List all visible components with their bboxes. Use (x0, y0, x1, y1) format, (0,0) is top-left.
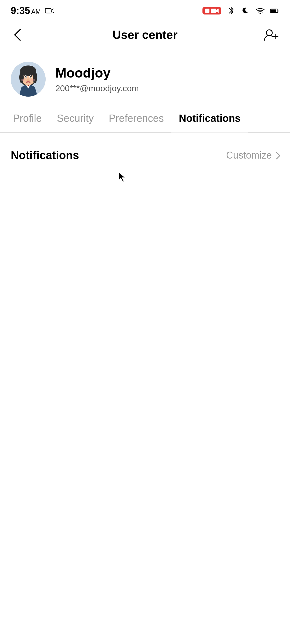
tab-profile[interactable]: Profile (5, 105, 49, 132)
avatar[interactable] (11, 62, 46, 97)
battery-icon (270, 6, 279, 15)
svg-point-15 (30, 76, 32, 78)
back-button[interactable] (11, 27, 27, 43)
ampm-display: AM (31, 8, 41, 16)
notifications-content: Notifications Customize (0, 133, 290, 178)
svg-rect-4 (271, 9, 276, 12)
user-manage-icon (263, 28, 279, 42)
profile-info: Moodjoy 200***@moodjoy.com (55, 65, 139, 93)
svg-point-2 (260, 13, 261, 14)
time-display: 9:35 (11, 5, 30, 16)
tab-preferences[interactable]: Preferences (101, 105, 171, 132)
page-title: User center (113, 28, 177, 42)
moon-icon (241, 6, 250, 15)
notifications-row: Notifications Customize (11, 146, 279, 164)
chevron-right-icon (273, 152, 280, 159)
record-dot (205, 9, 209, 13)
tab-security[interactable]: Security (49, 105, 101, 132)
svg-point-11 (33, 71, 37, 83)
svg-rect-0 (45, 9, 51, 13)
svg-point-10 (19, 71, 24, 83)
avatar-image (11, 62, 46, 97)
svg-point-19 (31, 79, 35, 81)
profile-section: Moodjoy 200***@moodjoy.com (0, 48, 290, 105)
status-time: 9:35 AM (11, 5, 41, 16)
profile-email: 200***@moodjoy.com (55, 83, 139, 93)
bluetooth-icon (227, 6, 236, 15)
video-icon (45, 6, 54, 15)
svg-point-17 (31, 76, 31, 77)
svg-point-5 (266, 30, 272, 36)
back-arrow-icon (14, 29, 26, 41)
tab-notifications[interactable]: Notifications (171, 105, 248, 132)
status-bar: 9:35 AM (0, 0, 290, 21)
customize-label: Customize (226, 150, 272, 161)
svg-point-14 (25, 76, 27, 78)
svg-point-16 (26, 76, 27, 77)
wifi-icon (256, 6, 265, 15)
tabs-container: Profile Security Preferences Notificatio… (0, 105, 290, 133)
status-right (202, 6, 279, 15)
header: User center (0, 21, 290, 48)
customize-link[interactable]: Customize (226, 150, 279, 161)
profile-name: Moodjoy (55, 65, 139, 81)
notifications-section-label: Notifications (11, 149, 79, 162)
user-manage-button[interactable] (263, 27, 279, 43)
record-badge (202, 7, 221, 14)
status-left: 9:35 AM (11, 5, 54, 16)
svg-point-18 (21, 79, 26, 81)
svg-rect-1 (211, 9, 216, 13)
